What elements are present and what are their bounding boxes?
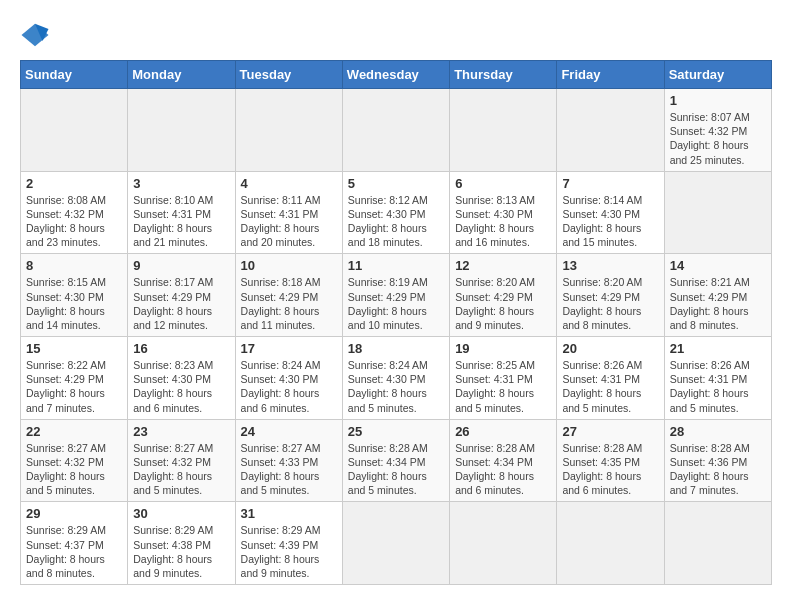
day-number: 27 bbox=[562, 424, 658, 439]
empty-cell bbox=[450, 89, 557, 172]
empty-cell bbox=[21, 89, 128, 172]
day-info: Sunrise: 8:23 AMSunset: 4:30 PMDaylight:… bbox=[133, 358, 229, 415]
day-number: 14 bbox=[670, 258, 766, 273]
calendar-day: 23 Sunrise: 8:27 AMSunset: 4:32 PMDaylig… bbox=[128, 419, 235, 502]
calendar-day: 2 Sunrise: 8:08 AMSunset: 4:32 PMDayligh… bbox=[21, 171, 128, 254]
day-info: Sunrise: 8:29 AMSunset: 4:38 PMDaylight:… bbox=[133, 523, 229, 580]
day-number: 6 bbox=[455, 176, 551, 191]
empty-cell bbox=[342, 89, 449, 172]
calendar-day: 27 Sunrise: 8:28 AMSunset: 4:35 PMDaylig… bbox=[557, 419, 664, 502]
empty-cell bbox=[342, 502, 449, 585]
day-number: 16 bbox=[133, 341, 229, 356]
day-number: 25 bbox=[348, 424, 444, 439]
day-info: Sunrise: 8:19 AMSunset: 4:29 PMDaylight:… bbox=[348, 275, 444, 332]
day-info: Sunrise: 8:28 AMSunset: 4:34 PMDaylight:… bbox=[455, 441, 551, 498]
day-info: Sunrise: 8:15 AMSunset: 4:30 PMDaylight:… bbox=[26, 275, 122, 332]
calendar-day: 16 Sunrise: 8:23 AMSunset: 4:30 PMDaylig… bbox=[128, 337, 235, 420]
day-number: 2 bbox=[26, 176, 122, 191]
day-info: Sunrise: 8:20 AMSunset: 4:29 PMDaylight:… bbox=[455, 275, 551, 332]
day-of-week-header: Monday bbox=[128, 61, 235, 89]
calendar-day: 13 Sunrise: 8:20 AMSunset: 4:29 PMDaylig… bbox=[557, 254, 664, 337]
calendar-day: 31 Sunrise: 8:29 AMSunset: 4:39 PMDaylig… bbox=[235, 502, 342, 585]
calendar-day: 6 Sunrise: 8:13 AMSunset: 4:30 PMDayligh… bbox=[450, 171, 557, 254]
day-info: Sunrise: 8:11 AMSunset: 4:31 PMDaylight:… bbox=[241, 193, 337, 250]
day-number: 9 bbox=[133, 258, 229, 273]
calendar-day: 4 Sunrise: 8:11 AMSunset: 4:31 PMDayligh… bbox=[235, 171, 342, 254]
day-number: 18 bbox=[348, 341, 444, 356]
calendar-day: 28 Sunrise: 8:28 AMSunset: 4:36 PMDaylig… bbox=[664, 419, 771, 502]
day-info: Sunrise: 8:29 AMSunset: 4:39 PMDaylight:… bbox=[241, 523, 337, 580]
day-number: 7 bbox=[562, 176, 658, 191]
day-info: Sunrise: 8:20 AMSunset: 4:29 PMDaylight:… bbox=[562, 275, 658, 332]
calendar-week-row: 2 Sunrise: 8:08 AMSunset: 4:32 PMDayligh… bbox=[21, 171, 772, 254]
calendar-day: 1 Sunrise: 8:07 AMSunset: 4:32 PMDayligh… bbox=[664, 89, 771, 172]
day-number: 20 bbox=[562, 341, 658, 356]
calendar-day: 20 Sunrise: 8:26 AMSunset: 4:31 PMDaylig… bbox=[557, 337, 664, 420]
day-number: 1 bbox=[670, 93, 766, 108]
day-number: 12 bbox=[455, 258, 551, 273]
day-info: Sunrise: 8:28 AMSunset: 4:34 PMDaylight:… bbox=[348, 441, 444, 498]
day-info: Sunrise: 8:13 AMSunset: 4:30 PMDaylight:… bbox=[455, 193, 551, 250]
day-info: Sunrise: 8:10 AMSunset: 4:31 PMDaylight:… bbox=[133, 193, 229, 250]
day-info: Sunrise: 8:27 AMSunset: 4:32 PMDaylight:… bbox=[133, 441, 229, 498]
calendar-week-row: 15 Sunrise: 8:22 AMSunset: 4:29 PMDaylig… bbox=[21, 337, 772, 420]
logo-icon bbox=[20, 20, 50, 50]
calendar-day: 3 Sunrise: 8:10 AMSunset: 4:31 PMDayligh… bbox=[128, 171, 235, 254]
day-number: 17 bbox=[241, 341, 337, 356]
empty-cell bbox=[664, 502, 771, 585]
day-info: Sunrise: 8:21 AMSunset: 4:29 PMDaylight:… bbox=[670, 275, 766, 332]
day-info: Sunrise: 8:14 AMSunset: 4:30 PMDaylight:… bbox=[562, 193, 658, 250]
day-info: Sunrise: 8:24 AMSunset: 4:30 PMDaylight:… bbox=[348, 358, 444, 415]
day-number: 10 bbox=[241, 258, 337, 273]
calendar-week-row: 22 Sunrise: 8:27 AMSunset: 4:32 PMDaylig… bbox=[21, 419, 772, 502]
day-of-week-header: Saturday bbox=[664, 61, 771, 89]
day-number: 21 bbox=[670, 341, 766, 356]
calendar-week-row: 29 Sunrise: 8:29 AMSunset: 4:37 PMDaylig… bbox=[21, 502, 772, 585]
day-number: 29 bbox=[26, 506, 122, 521]
calendar-header-row: SundayMondayTuesdayWednesdayThursdayFrid… bbox=[21, 61, 772, 89]
day-info: Sunrise: 8:29 AMSunset: 4:37 PMDaylight:… bbox=[26, 523, 122, 580]
calendar-day: 8 Sunrise: 8:15 AMSunset: 4:30 PMDayligh… bbox=[21, 254, 128, 337]
day-number: 19 bbox=[455, 341, 551, 356]
day-info: Sunrise: 8:08 AMSunset: 4:32 PMDaylight:… bbox=[26, 193, 122, 250]
calendar-week-row: 8 Sunrise: 8:15 AMSunset: 4:30 PMDayligh… bbox=[21, 254, 772, 337]
day-number: 30 bbox=[133, 506, 229, 521]
day-number: 8 bbox=[26, 258, 122, 273]
day-number: 13 bbox=[562, 258, 658, 273]
day-of-week-header: Wednesday bbox=[342, 61, 449, 89]
calendar-day: 12 Sunrise: 8:20 AMSunset: 4:29 PMDaylig… bbox=[450, 254, 557, 337]
calendar-day: 21 Sunrise: 8:26 AMSunset: 4:31 PMDaylig… bbox=[664, 337, 771, 420]
day-info: Sunrise: 8:28 AMSunset: 4:35 PMDaylight:… bbox=[562, 441, 658, 498]
calendar-day: 26 Sunrise: 8:28 AMSunset: 4:34 PMDaylig… bbox=[450, 419, 557, 502]
day-info: Sunrise: 8:07 AMSunset: 4:32 PMDaylight:… bbox=[670, 110, 766, 167]
empty-cell bbox=[128, 89, 235, 172]
day-info: Sunrise: 8:24 AMSunset: 4:30 PMDaylight:… bbox=[241, 358, 337, 415]
empty-cell bbox=[235, 89, 342, 172]
day-of-week-header: Tuesday bbox=[235, 61, 342, 89]
day-info: Sunrise: 8:27 AMSunset: 4:33 PMDaylight:… bbox=[241, 441, 337, 498]
calendar-day: 17 Sunrise: 8:24 AMSunset: 4:30 PMDaylig… bbox=[235, 337, 342, 420]
day-info: Sunrise: 8:28 AMSunset: 4:36 PMDaylight:… bbox=[670, 441, 766, 498]
day-info: Sunrise: 8:26 AMSunset: 4:31 PMDaylight:… bbox=[670, 358, 766, 415]
day-info: Sunrise: 8:26 AMSunset: 4:31 PMDaylight:… bbox=[562, 358, 658, 415]
day-number: 28 bbox=[670, 424, 766, 439]
calendar-day: 19 Sunrise: 8:25 AMSunset: 4:31 PMDaylig… bbox=[450, 337, 557, 420]
calendar-day: 11 Sunrise: 8:19 AMSunset: 4:29 PMDaylig… bbox=[342, 254, 449, 337]
calendar-day: 25 Sunrise: 8:28 AMSunset: 4:34 PMDaylig… bbox=[342, 419, 449, 502]
empty-cell bbox=[664, 171, 771, 254]
day-number: 3 bbox=[133, 176, 229, 191]
day-info: Sunrise: 8:12 AMSunset: 4:30 PMDaylight:… bbox=[348, 193, 444, 250]
empty-cell bbox=[557, 89, 664, 172]
logo bbox=[20, 20, 54, 50]
day-info: Sunrise: 8:22 AMSunset: 4:29 PMDaylight:… bbox=[26, 358, 122, 415]
day-info: Sunrise: 8:18 AMSunset: 4:29 PMDaylight:… bbox=[241, 275, 337, 332]
day-number: 23 bbox=[133, 424, 229, 439]
calendar-day: 30 Sunrise: 8:29 AMSunset: 4:38 PMDaylig… bbox=[128, 502, 235, 585]
day-number: 22 bbox=[26, 424, 122, 439]
day-of-week-header: Thursday bbox=[450, 61, 557, 89]
day-info: Sunrise: 8:25 AMSunset: 4:31 PMDaylight:… bbox=[455, 358, 551, 415]
calendar-week-row: 1 Sunrise: 8:07 AMSunset: 4:32 PMDayligh… bbox=[21, 89, 772, 172]
calendar-day: 24 Sunrise: 8:27 AMSunset: 4:33 PMDaylig… bbox=[235, 419, 342, 502]
calendar-day: 7 Sunrise: 8:14 AMSunset: 4:30 PMDayligh… bbox=[557, 171, 664, 254]
day-info: Sunrise: 8:17 AMSunset: 4:29 PMDaylight:… bbox=[133, 275, 229, 332]
